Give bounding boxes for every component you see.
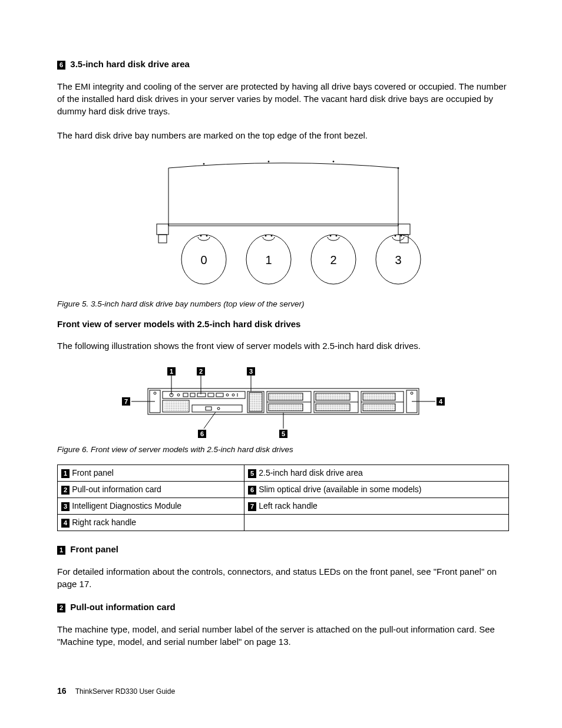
svg-point-18 bbox=[268, 161, 269, 162]
callout-3-icon: 3 bbox=[61, 502, 70, 511]
figure-5-caption: Figure 5. 3.5-inch hard disk drive bay n… bbox=[57, 299, 509, 308]
section-title-3-5-text: 3.5-inch hard disk drive area bbox=[70, 59, 190, 69]
bay-3-label: 3 bbox=[395, 253, 401, 266]
detail-front-panel-para: For detailed information about the contr… bbox=[57, 565, 509, 590]
svg-point-11 bbox=[265, 235, 266, 236]
cell-text: Slim optical drive (available in some mo… bbox=[259, 485, 421, 494]
svg-rect-45 bbox=[316, 404, 350, 411]
cell-text: Pull-out information card bbox=[72, 485, 161, 494]
figure-5-diagram: 0 1 2 3 bbox=[130, 153, 437, 295]
svg-rect-41 bbox=[249, 393, 262, 411]
svg-text:2: 2 bbox=[199, 368, 202, 375]
bay-0-label: 0 bbox=[200, 253, 207, 266]
table-row: 2Pull-out information card 6Slim optical… bbox=[58, 482, 509, 498]
detail-pullout-para: The machine type, model, and serial numb… bbox=[57, 623, 509, 648]
svg-rect-2 bbox=[158, 235, 167, 243]
page: 6 3.5-inch hard disk drive area The EMI … bbox=[0, 0, 562, 728]
callout-1-icon: 1 bbox=[57, 546, 65, 555]
detail-pullout-title: 2 Pull-out information card bbox=[57, 602, 509, 612]
doc-title: ThinkServer RD330 User Guide bbox=[75, 687, 175, 696]
page-number: 16 bbox=[57, 686, 67, 696]
cell-text: Right rack handle bbox=[72, 518, 136, 527]
para-2-5-intro: The following illustration shows the fro… bbox=[57, 340, 509, 352]
svg-point-19 bbox=[333, 161, 334, 162]
svg-point-20 bbox=[398, 167, 399, 169]
table-row: 1Front panel 52.5-inch hard disk drive a… bbox=[58, 465, 509, 482]
svg-rect-3 bbox=[398, 224, 410, 235]
subhead-2-5: Front view of server models with 2.5-inc… bbox=[57, 319, 509, 329]
svg-rect-1 bbox=[157, 224, 168, 235]
svg-point-10 bbox=[206, 235, 207, 236]
svg-point-49 bbox=[177, 394, 180, 396]
svg-point-23 bbox=[154, 392, 156, 394]
svg-rect-42 bbox=[269, 393, 303, 400]
svg-text:6: 6 bbox=[200, 430, 203, 437]
cell-text: Intelligent Diagnostics Module bbox=[72, 501, 181, 510]
svg-point-9 bbox=[200, 235, 201, 236]
cell-text: 2.5-inch hard disk drive area bbox=[259, 468, 363, 477]
svg-rect-28 bbox=[164, 401, 188, 411]
svg-text:5: 5 bbox=[281, 430, 285, 437]
svg-point-12 bbox=[271, 235, 272, 236]
callout-5-icon: 5 bbox=[248, 469, 256, 478]
table-row: 4Right rack handle bbox=[58, 515, 509, 531]
callout-6-icon: 6 bbox=[57, 61, 65, 70]
callout-2-icon: 2 bbox=[57, 604, 65, 612]
svg-rect-30 bbox=[206, 407, 211, 410]
svg-point-15 bbox=[395, 235, 396, 236]
callout-1-icon: 1 bbox=[61, 469, 70, 478]
svg-point-56 bbox=[232, 394, 234, 396]
svg-rect-44 bbox=[316, 393, 350, 400]
svg-rect-26 bbox=[163, 391, 245, 398]
svg-rect-51 bbox=[190, 393, 195, 397]
svg-rect-50 bbox=[183, 393, 188, 397]
svg-text:7: 7 bbox=[124, 398, 127, 405]
svg-rect-43 bbox=[269, 404, 303, 411]
detail-front-panel-title: 1 Front panel bbox=[57, 544, 509, 555]
detail-pullout-heading: Pull-out information card bbox=[70, 602, 175, 612]
figure-6-diagram: 1 2 3 4 5 6 7 bbox=[113, 364, 454, 440]
callout-table: 1Front panel 52.5-inch hard disk drive a… bbox=[57, 465, 509, 531]
svg-rect-47 bbox=[363, 404, 395, 411]
svg-text:4: 4 bbox=[438, 398, 442, 405]
svg-point-13 bbox=[330, 235, 331, 236]
svg-text:1: 1 bbox=[169, 368, 173, 375]
svg-point-14 bbox=[336, 235, 337, 236]
svg-text:3: 3 bbox=[249, 368, 252, 375]
bay-1-label: 1 bbox=[265, 253, 272, 266]
callout-4-icon: 4 bbox=[61, 519, 70, 528]
table-row: 3Intelligent Diagnostics Module 7Left ra… bbox=[58, 498, 509, 515]
cell-text: Front panel bbox=[72, 468, 114, 477]
svg-rect-54 bbox=[216, 393, 223, 397]
detail-front-panel-heading: Front panel bbox=[70, 544, 118, 554]
callout-7-icon: 7 bbox=[248, 502, 256, 511]
svg-point-17 bbox=[203, 163, 204, 164]
svg-rect-53 bbox=[208, 393, 214, 397]
para-emi: The EMI integrity and cooling of the ser… bbox=[57, 80, 509, 117]
para-bay-marked: The hard disk drive bay numbers are mark… bbox=[57, 129, 509, 141]
svg-rect-46 bbox=[363, 393, 395, 400]
bay-2-label: 2 bbox=[330, 253, 336, 266]
svg-point-25 bbox=[411, 392, 413, 394]
figure-6-caption: Figure 6. Front view of server models wi… bbox=[57, 445, 509, 454]
section-title-3-5: 6 3.5-inch hard disk drive area bbox=[57, 59, 509, 70]
callout-2-icon: 2 bbox=[61, 486, 70, 495]
svg-point-31 bbox=[217, 407, 220, 410]
page-footer: 16 ThinkServer RD330 User Guide bbox=[57, 686, 175, 696]
svg-point-16 bbox=[401, 235, 402, 236]
cell-text: Left rack handle bbox=[259, 501, 318, 510]
svg-rect-52 bbox=[197, 393, 206, 397]
svg-point-55 bbox=[226, 394, 229, 396]
callout-6-icon: 6 bbox=[248, 486, 256, 495]
